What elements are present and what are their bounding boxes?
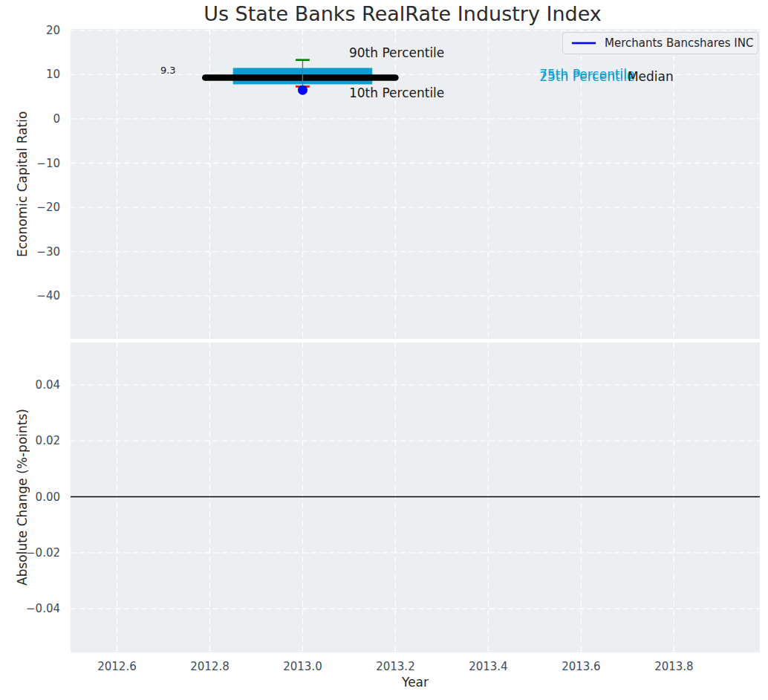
x-tick-label: 2013.0: [283, 660, 322, 673]
y-tick-label: 0.00: [36, 490, 60, 503]
x-axis-label-year: Year: [71, 675, 760, 690]
p10-annotation: 10th Percentile: [349, 85, 444, 100]
x-tick-label: 2012.8: [190, 660, 230, 673]
y-tick-label: 0: [53, 112, 60, 126]
y-tick-label: −0.04: [26, 602, 60, 615]
y-tick-label: 0.02: [36, 434, 60, 447]
y-tick-label: −40: [36, 289, 60, 302]
y-tick-label: 20: [46, 23, 60, 36]
x-tick-label: 2013.8: [654, 660, 694, 673]
x-tick-label: 2013.6: [562, 660, 601, 673]
y-tick-label: −20: [36, 201, 60, 214]
legend-box: Merchants Bancshares INC: [562, 32, 758, 54]
x-tick-label: 2012.6: [97, 660, 137, 673]
y-tick-label: 10: [46, 68, 60, 81]
y-tick-label: −0.02: [26, 546, 60, 560]
median-value-label: 9.3: [160, 65, 176, 76]
y-tick-label: −30: [36, 244, 60, 258]
x-tick-label: 2013.4: [469, 660, 508, 673]
chart-figure: Us State Banks RealRate Industry Index E…: [0, 0, 768, 700]
p25-annotation: 25th Percentile: [539, 69, 634, 84]
chart-title: Us State Banks RealRate Industry Index: [58, 2, 747, 25]
y-tick-label: −10: [36, 156, 60, 169]
p90-annotation: 90th Percentile: [349, 45, 444, 60]
median-annotation: Median: [628, 69, 674, 84]
x-tick-label: 2013.2: [376, 660, 415, 673]
axes-absolute-change: [71, 343, 760, 652]
y-axis-label-economic-capital-ratio: Economic Capital Ratio: [13, 29, 31, 339]
legend-label: Merchants Bancshares INC: [605, 36, 753, 50]
company-data-point: [298, 85, 307, 95]
legend-line-icon: [571, 42, 596, 45]
bottom-plot-canvas: [71, 343, 760, 652]
y-tick-label: 0.04: [36, 378, 60, 392]
